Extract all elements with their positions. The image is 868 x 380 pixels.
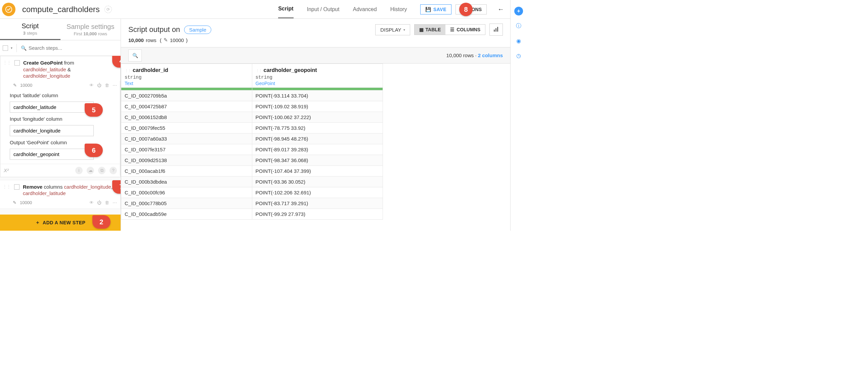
out-field-input[interactable] <box>10 149 94 160</box>
more-icon[interactable]: ⋯ <box>113 200 117 205</box>
info-icon[interactable]: i <box>75 167 83 174</box>
divider <box>17 44 17 52</box>
step-row-count: 10000 <box>20 83 32 88</box>
grid-search-button[interactable]: 🔍 <box>128 50 142 62</box>
pane-tab-script[interactable]: Script 3 steps <box>0 19 60 40</box>
table-cell[interactable]: POINT(-99.29 27.973) <box>252 209 383 220</box>
callout-6: 6 <box>85 144 103 157</box>
select-menu-caret[interactable]: ▾ <box>11 46 12 50</box>
tab-advanced[interactable]: Advanced <box>353 0 377 19</box>
grid-icon: ▦ <box>419 27 424 32</box>
comment-icon[interactable]: ☁ <box>87 167 94 174</box>
table-row[interactable]: C_ID_000c778b05POINT(-83.717 39.291) <box>121 198 383 209</box>
callout-8: 8 <box>459 3 473 16</box>
table-cell[interactable]: POINT(-83.717 39.291) <box>252 198 383 209</box>
table-cell[interactable]: POINT(-100.062 37.222) <box>252 112 383 123</box>
lon-field-input[interactable] <box>10 125 94 136</box>
drag-handle-icon[interactable]: ⋮⋮ <box>3 60 11 79</box>
table-cell[interactable]: C_ID_000c00fc96 <box>121 187 252 198</box>
header-tabs: Script Input / Output Advanced History <box>278 0 407 19</box>
search-steps-input[interactable] <box>29 45 118 51</box>
table-row[interactable]: C_ID_0004725b87POINT(-109.02 38.919) <box>121 101 383 112</box>
rail-history-icon[interactable]: ◷ <box>514 51 523 60</box>
column-health-bar <box>121 88 252 90</box>
table-row[interactable]: C_ID_0002709b5aPOINT(-93.114 33.704) <box>121 90 383 101</box>
table-cell[interactable]: POINT(-78.775 33.92) <box>252 123 383 134</box>
chart-button[interactable] <box>489 24 503 36</box>
rail-info-icon[interactable]: ⓘ <box>514 22 523 30</box>
eye-icon[interactable]: 👁 <box>89 200 94 205</box>
table-cell[interactable]: POINT(-107.404 37.399) <box>252 166 383 177</box>
table-cell[interactable]: C_ID_00079fec55 <box>121 123 252 134</box>
column-header[interactable]: ⋮⋮cardholder_idstringText <box>121 64 252 88</box>
table-row[interactable]: C_ID_0007fe3157POINT(-89.017 39.283) <box>121 144 383 155</box>
table-cell[interactable]: C_ID_000c778b05 <box>121 198 252 209</box>
table-cell[interactable]: C_ID_0007a60a33 <box>121 134 252 144</box>
step-card-create-geopoint[interactable]: ⋮⋮ Create GeoPoint from cardholder_latit… <box>0 56 121 177</box>
help-icon[interactable]: ? <box>110 167 117 174</box>
view-columns[interactable]: ☰ COLUMNS <box>445 25 485 35</box>
tab-script[interactable]: Script <box>278 0 293 19</box>
add-step-button[interactable]: ＋ ADD A NEW STEP 2 <box>0 214 121 231</box>
table-cell[interactable]: C_ID_000acab1f6 <box>121 166 252 177</box>
sample-pill[interactable]: Sample <box>184 26 211 34</box>
trash-icon[interactable]: 🗑 <box>105 83 109 88</box>
build-status-icon[interactable]: ⟳ <box>104 6 112 13</box>
table-row[interactable]: C_ID_00079fec55POINT(-78.775 33.92) <box>121 123 383 134</box>
tab-io[interactable]: Input / Output <box>307 0 340 19</box>
scrollbar-thumb[interactable] <box>120 79 121 177</box>
power-icon[interactable]: ⏻ <box>97 200 101 205</box>
column-header[interactable]: ⋮⋮cardholder_geopointstringGeoPoint <box>252 64 383 88</box>
table-cell[interactable]: POINT(-98.945 48.276) <box>252 134 383 144</box>
power-icon[interactable]: ⏻ <box>97 83 101 88</box>
tab-history[interactable]: History <box>390 0 407 19</box>
table-row[interactable]: C_ID_0009d25138POINT(-98.347 36.068) <box>121 155 383 166</box>
table-cell[interactable]: POINT(-98.347 36.068) <box>252 155 383 166</box>
view-table[interactable]: ▦ TABLE <box>414 25 446 35</box>
column-drag-icon[interactable]: ⋮⋮ <box>125 68 131 72</box>
back-arrow-icon[interactable]: ← <box>496 5 505 14</box>
table-cell[interactable]: C_ID_000b3dbdea <box>121 177 252 187</box>
formula-icon[interactable]: X² <box>4 168 9 173</box>
table-cell[interactable]: C_ID_0009d25138 <box>121 155 252 166</box>
table-row[interactable]: C_ID_0007a60a33POINT(-98.945 48.276) <box>121 134 383 144</box>
step-card-remove-columns[interactable]: ⋮⋮ Remove columns cardholder_longitude, … <box>0 180 121 209</box>
table-row[interactable]: C_ID_0006152db8POINT(-100.062 37.222) <box>121 112 383 123</box>
eye-icon[interactable]: 👁 <box>89 83 94 88</box>
table-cell[interactable]: C_ID_000cadb59e <box>121 209 252 220</box>
trash-icon[interactable]: 🗑 <box>105 200 109 205</box>
save-button[interactable]: 💾 SAVE <box>420 4 452 14</box>
table-cell[interactable]: C_ID_0004725b87 <box>121 101 252 112</box>
drag-handle-icon[interactable]: ⋮⋮ <box>3 184 11 197</box>
column-drag-icon[interactable]: ⋮⋮ <box>256 68 262 72</box>
table-cell[interactable]: POINT(-109.02 38.919) <box>252 101 383 112</box>
svg-rect-1 <box>494 30 495 32</box>
select-all-checkbox[interactable] <box>3 46 8 51</box>
recipe-logo <box>2 3 16 16</box>
table-cell[interactable]: POINT(-102.206 32.691) <box>252 187 383 198</box>
table-cell[interactable]: C_ID_0002709b5a <box>121 90 252 101</box>
table-row[interactable]: C_ID_000b3dbdeaPOINT(-93.36 30.052) <box>121 177 383 187</box>
lat-field-input[interactable] <box>10 101 94 113</box>
step-checkbox[interactable] <box>14 184 20 190</box>
table-cell[interactable]: POINT(-89.017 39.283) <box>252 144 383 155</box>
add-step-label: ADD A NEW STEP <box>43 220 85 225</box>
copy-icon[interactable]: ⧉ <box>98 167 105 174</box>
table-cell[interactable]: POINT(-93.114 33.704) <box>252 90 383 101</box>
pane-tab-sample[interactable]: Sample settings First 10,000 rows <box>60 19 121 40</box>
table-cell[interactable]: C_ID_0007fe3157 <box>121 144 252 155</box>
table-row[interactable]: C_ID_000acab1f6POINT(-107.404 37.399) <box>121 166 383 177</box>
display-dropdown[interactable]: DISPLAY ▾ <box>375 24 410 35</box>
grid-col-count[interactable]: 2 columns <box>478 53 503 58</box>
table-row[interactable]: C_ID_000cadb59ePOINT(-99.29 27.973) <box>121 209 383 220</box>
step-checkbox[interactable] <box>14 60 20 65</box>
pencil-icon[interactable]: ✎ <box>163 37 168 43</box>
view-toggle: ▦ TABLE ☰ COLUMNS <box>414 24 486 35</box>
rail-add-button[interactable]: + <box>514 7 523 16</box>
table-row[interactable]: C_ID_000c00fc96POINT(-102.206 32.691) <box>121 187 383 198</box>
more-icon[interactable]: ⋯ <box>113 83 117 88</box>
rail-chat-icon[interactable]: ◉ <box>514 36 523 45</box>
table-cell[interactable]: C_ID_0006152db8 <box>121 112 252 123</box>
table-cell[interactable]: POINT(-93.36 30.052) <box>252 177 383 187</box>
pane-tab-script-sub: 3 steps <box>23 31 37 36</box>
